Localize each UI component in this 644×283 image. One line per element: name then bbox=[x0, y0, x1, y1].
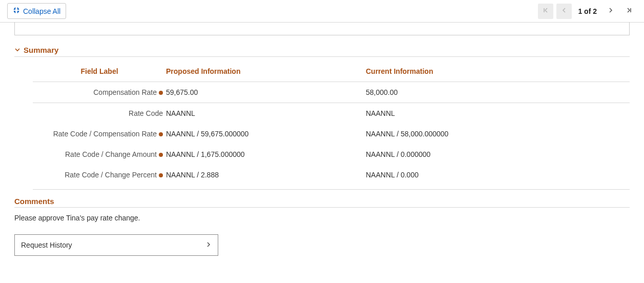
chevron-down-icon bbox=[14, 46, 20, 54]
collapse-all-label: Collapse All bbox=[23, 7, 60, 15]
page-first-button[interactable] bbox=[538, 4, 553, 19]
current-cell: NAANNL / 58,000.000000 bbox=[366, 130, 630, 138]
field-label-cell: Rate Code / Change Percent bbox=[33, 171, 166, 179]
table-row: Rate CodeNAANNLNAANNL bbox=[33, 103, 630, 124]
changed-indicator-icon bbox=[159, 91, 163, 95]
current-cell: NAANNL bbox=[366, 109, 630, 117]
comments-label: Comments bbox=[14, 190, 630, 208]
page-next-button[interactable] bbox=[603, 4, 618, 19]
request-history-label: Request History bbox=[21, 241, 72, 249]
chevron-right-icon bbox=[608, 7, 614, 15]
table-row: Rate Code / Compensation RateNAANNL / 59… bbox=[33, 124, 630, 144]
summary-section-toggle[interactable]: Summary bbox=[14, 35, 630, 57]
proposed-cell: NAANNL / 59,675.000000 bbox=[166, 130, 366, 138]
field-label-cell: Rate Code / Compensation Rate bbox=[33, 130, 166, 138]
message-panel bbox=[14, 22, 630, 35]
page-last-button[interactable] bbox=[621, 4, 637, 19]
current-cell: NAANNL / 0.000000 bbox=[366, 150, 630, 158]
proposed-cell: 59,675.00 bbox=[166, 88, 366, 96]
proposed-cell: NAANNL / 2.888 bbox=[166, 171, 366, 179]
col-proposed: Proposed Information bbox=[166, 67, 366, 75]
chevron-left-icon bbox=[561, 7, 567, 15]
paginator: 1 of 2 bbox=[538, 4, 637, 19]
col-field-label: Field Label bbox=[33, 67, 166, 75]
changed-indicator-icon bbox=[159, 132, 163, 136]
col-current: Current Information bbox=[366, 67, 630, 75]
table-row: Rate Code / Change AmountNAANNL / 1,675.… bbox=[33, 144, 630, 165]
field-label-cell: Compensation Rate bbox=[33, 88, 166, 96]
table-header-row: Field Label Proposed Information Current… bbox=[33, 61, 630, 82]
chevron-last-icon bbox=[626, 7, 632, 15]
comments-text: Please approve Tina's pay rate change. bbox=[14, 208, 630, 222]
summary-title: Summary bbox=[24, 46, 58, 54]
current-cell: 58,000.00 bbox=[366, 88, 630, 96]
table-row: Compensation Rate59,675.0058,000.00 bbox=[33, 82, 630, 103]
collapse-all-button[interactable]: Collapse All bbox=[7, 3, 66, 19]
changed-indicator-icon bbox=[159, 153, 163, 157]
proposed-cell: NAANNL / 1,675.000000 bbox=[166, 150, 366, 158]
chevron-right-icon bbox=[205, 241, 212, 249]
proposed-cell: NAANNL bbox=[166, 109, 366, 117]
table-row: Rate Code / Change PercentNAANNL / 2.888… bbox=[33, 165, 630, 185]
field-label-cell: Rate Code / Change Amount bbox=[33, 150, 166, 158]
request-history-button[interactable]: Request History bbox=[14, 234, 218, 256]
page-indicator: 1 of 2 bbox=[575, 7, 600, 15]
current-cell: NAANNL / 0.000 bbox=[366, 171, 630, 179]
collapse-icon bbox=[13, 7, 20, 15]
field-label-cell: Rate Code bbox=[33, 109, 166, 117]
chevron-first-icon bbox=[543, 7, 549, 15]
summary-table: Field Label Proposed Information Current… bbox=[33, 61, 630, 190]
changed-indicator-icon bbox=[159, 173, 163, 177]
page-prev-button[interactable] bbox=[556, 4, 572, 19]
